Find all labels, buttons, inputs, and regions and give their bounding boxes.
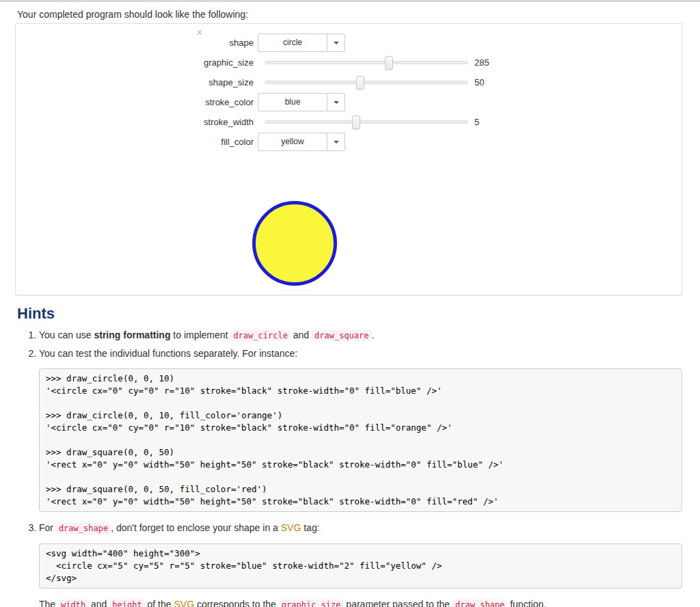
shape_size-slider[interactable] — [265, 81, 468, 84]
hint-item-2: You can test the individual functions se… — [39, 347, 700, 512]
intro-text: Your completed program should look like … — [17, 8, 700, 21]
svg-link[interactable]: SVG — [174, 599, 194, 607]
inline-code: graphic_size — [279, 599, 344, 607]
dropdown-selected-value: yellow — [258, 133, 327, 150]
footer-paragraph: The width and height of the SVG correspo… — [39, 598, 682, 607]
shape_size-value: 50 — [474, 77, 484, 87]
text-run: You can use — [39, 329, 94, 340]
caret-glyph — [334, 101, 339, 104]
text-run: For — [39, 522, 56, 533]
inline-code: width — [58, 599, 88, 607]
inline-code: draw_circle — [230, 330, 290, 341]
svg-link[interactable]: SVG — [281, 522, 301, 533]
stroke_width-slider-handle[interactable] — [352, 116, 360, 129]
chevron-down-icon[interactable] — [327, 133, 345, 150]
inline-code: height — [109, 599, 144, 607]
widget-output-panel: × shapecirclegraphic_size285shape_size50… — [15, 23, 682, 295]
text-run: You can test the individual functions se… — [39, 348, 297, 359]
hint-item-1: You can use string formatting to impleme… — [39, 329, 700, 342]
widget-row-shape: shapecircle — [172, 33, 527, 53]
shape-preview-circle — [252, 201, 337, 286]
code-block-2: <svg width="400" height="300"> <circle c… — [39, 543, 682, 589]
text-run: and — [88, 599, 109, 607]
graphic_size-slider-handle[interactable] — [385, 56, 393, 70]
stroke_color-dropdown[interactable]: blue — [258, 93, 345, 111]
hints-list: You can use string formatting to impleme… — [0, 329, 700, 589]
text-run: corresponds to the — [194, 599, 279, 607]
top-divider — [0, 0, 700, 2]
graphic_size-value: 285 — [474, 57, 489, 68]
bold-text: string formatting — [94, 329, 170, 340]
widget-row-graphic_size: graphic_size285 — [172, 53, 527, 72]
caret-glyph — [334, 42, 339, 44]
widget-controls: shapecirclegraphic_size285shape_size50st… — [172, 33, 527, 152]
shape-dropdown[interactable]: circle — [258, 33, 345, 52]
text-run: and — [291, 329, 312, 340]
inline-code: draw_shape — [453, 599, 507, 607]
hint-item-3: For draw_shape, don't forget to enclose … — [39, 522, 700, 589]
dropdown-selected-value: blue — [258, 94, 327, 111]
code-block-text: >>> draw_circle(0, 0, 10) '<circle cx="0… — [46, 373, 675, 508]
hints-heading: Hints — [17, 305, 700, 323]
widget-row-stroke_color: stroke_colorblue — [172, 92, 527, 112]
widget-label-fill_color: fill_color — [172, 137, 254, 147]
stroke_width-value: 5 — [474, 117, 479, 127]
text-run: function. — [507, 599, 546, 607]
graphic_size-slider[interactable] — [265, 61, 468, 64]
shape_size-slider-handle[interactable] — [356, 76, 364, 90]
code-block-1: >>> draw_circle(0, 0, 10) '<circle cx="0… — [39, 368, 682, 512]
chevron-down-icon[interactable] — [327, 94, 345, 111]
text-run: to implement — [170, 329, 230, 340]
inline-code: draw_shape — [56, 523, 111, 534]
widget-label-shape: shape — [172, 38, 254, 48]
text-run: . — [372, 329, 375, 340]
text-run: tag: — [301, 522, 319, 533]
widget-label-shape_size: shape_size — [172, 77, 254, 87]
text-run: of the — [145, 599, 174, 607]
widget-row-shape_size: shape_size50 — [172, 72, 527, 92]
widget-label-graphic_size: graphic_size — [172, 57, 254, 68]
stroke_width-slider[interactable] — [265, 120, 468, 124]
text-run: parameter passed to the — [343, 599, 453, 607]
fill_color-dropdown[interactable]: yellow — [258, 133, 345, 151]
caret-glyph — [334, 141, 339, 144]
dropdown-selected-value: circle — [258, 34, 327, 51]
widget-row-stroke_width: stroke_width5 — [172, 112, 527, 132]
widget-label-stroke_width: stroke_width — [172, 117, 254, 127]
code-block-text: <svg width="400" height="300"> <circle c… — [46, 548, 675, 584]
widget-row-fill_color: fill_coloryellow — [172, 132, 527, 152]
inline-code: draw_square — [312, 330, 371, 341]
widget-label-stroke_color: stroke_color — [172, 97, 254, 107]
text-run: , don't forget to enclose your shape in … — [111, 522, 281, 533]
chevron-down-icon[interactable] — [327, 34, 345, 51]
text-run: The — [39, 599, 58, 607]
